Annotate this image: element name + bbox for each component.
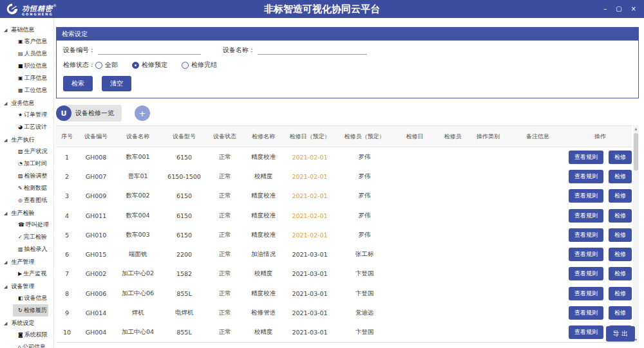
clear-button[interactable]: 清空 xyxy=(102,76,131,91)
repair-button[interactable]: 检修 xyxy=(609,189,632,203)
sidebar-item[interactable]: ⌂ 公司信息 xyxy=(13,341,48,348)
sidebar-item[interactable]: ◧ 设备信息 xyxy=(13,292,48,304)
repair-button[interactable]: 检修 xyxy=(609,228,632,242)
sidebar-item[interactable]: ▥ 抽检录入 xyxy=(13,243,48,255)
device-name-input[interactable] xyxy=(258,46,367,55)
device-no-input[interactable] xyxy=(98,46,201,55)
cell-device-code: GH010 xyxy=(78,232,114,239)
sidebar-group[interactable]: ◢ 生产管理 xyxy=(0,255,53,268)
sidebar-group[interactable]: ◢ 业务信息 xyxy=(0,96,53,109)
view-rule-button[interactable]: 查看规则 xyxy=(569,248,603,261)
close-icon[interactable]: × xyxy=(631,0,636,18)
cell-device-model: 855L xyxy=(162,290,207,297)
sidebar-item[interactable]: ▣ 客户信息 xyxy=(13,35,48,48)
sidebar-item[interactable]: ☎ 呼叫处理 xyxy=(13,219,48,231)
sidebar-item-icon: ▣ xyxy=(18,39,23,44)
view-rule-button[interactable]: 查看规则 xyxy=(569,287,603,300)
status-radio-option[interactable]: 检修完结 xyxy=(182,60,217,69)
radio-icon[interactable] xyxy=(95,62,102,69)
table-header-cell: 检修日 xyxy=(393,133,436,141)
repair-button[interactable]: 检修 xyxy=(609,209,632,223)
view-rule-button[interactable]: 查看规则 xyxy=(569,267,603,280)
export-button[interactable]: 导 出 xyxy=(606,326,635,342)
view-rule-button[interactable]: 查看规则 xyxy=(569,209,603,223)
cell-task-name: 精度校准 xyxy=(243,153,284,161)
sidebar-item[interactable]: ◔ 加工时间 xyxy=(13,158,48,170)
cell-task-name: 精度校准 xyxy=(243,289,284,298)
scroll-down-icon[interactable]: ▼ xyxy=(635,336,638,343)
radio-icon[interactable] xyxy=(182,62,189,69)
scrollbar-thumb[interactable] xyxy=(634,133,638,170)
status-radio-option[interactable]: 全部 xyxy=(95,60,118,69)
vertical-scrollbar[interactable]: ▲ ▼ xyxy=(633,125,639,343)
repair-button[interactable]: 检修 xyxy=(609,248,632,261)
view-rule-button[interactable]: 查看规则 xyxy=(569,228,603,242)
table-row: 5 GH010 数车003 6150 正常 精度校准 2021-02-01 罗伟 xyxy=(56,225,632,244)
cell-no: 3 xyxy=(56,192,78,199)
sidebar-item[interactable]: ▣ 工序信息 xyxy=(13,72,48,84)
view-rule-button[interactable]: 查看规则 xyxy=(569,189,603,203)
sidebar-item-icon: ★ xyxy=(18,112,23,118)
repair-button[interactable]: 检修 xyxy=(609,170,632,183)
sidebar-item[interactable]: ★ 订单管理 xyxy=(13,109,48,121)
sidebar-item-label: 呼叫处理 xyxy=(26,221,49,229)
cell-planned-person: 卞登国 xyxy=(336,328,393,336)
cell-no: 6 xyxy=(56,251,78,258)
sidebar-item[interactable]: ▧ 生产状况 xyxy=(13,145,48,158)
cell-device-model: 855L xyxy=(162,329,207,336)
restore-icon[interactable]: ▢ xyxy=(616,0,621,18)
sidebar-item[interactable]: ▶ 生产监视 xyxy=(13,268,48,280)
sidebar-item[interactable]: ✓ 完工检验 xyxy=(13,231,48,243)
chevron-down-icon: ◢ xyxy=(4,321,7,326)
sidebar-item-icon: ▥ xyxy=(18,246,23,252)
repair-button[interactable]: 检修 xyxy=(609,287,632,300)
add-tab-button[interactable]: + xyxy=(135,105,150,121)
repair-button[interactable]: 检修 xyxy=(609,267,632,280)
view-rule-button[interactable]: 查看规则 xyxy=(569,170,603,183)
cell-device-code: GH008 xyxy=(78,154,114,161)
sidebar-item-label: 生产监视 xyxy=(23,270,46,278)
sidebar-group-label: 生产管理 xyxy=(11,258,34,266)
minimize-icon[interactable]: – xyxy=(603,0,607,18)
maintenance-table: 序号 设备编号 设备名称 设备型号 设备状态 检修名称 检修日（预定） 检修员（… xyxy=(56,125,639,343)
sidebar-item[interactable]: ◙ 系统权限 xyxy=(13,329,48,341)
status-radio-option[interactable]: 检修预定 xyxy=(132,60,167,69)
sidebar-item-label: 抽检录入 xyxy=(24,245,48,253)
sidebar-item[interactable]: ▤ 人员信息 xyxy=(13,48,48,60)
cell-device-status: 正常 xyxy=(207,192,243,200)
sidebar-item-icon: ✎ xyxy=(18,185,23,191)
sidebar-group[interactable]: ◢ 基础信息 xyxy=(0,23,53,35)
search-button[interactable]: 检索 xyxy=(63,76,93,91)
scroll-up-icon[interactable]: ▲ xyxy=(635,125,638,132)
sidebar-item-icon: ◙ xyxy=(18,332,23,338)
sidebar-item[interactable]: ◕ 工艺设计 xyxy=(13,121,48,133)
repair-button[interactable]: 检修 xyxy=(609,306,632,320)
sidebar-item[interactable]: ↻ 检修履历 xyxy=(13,304,48,316)
cell-device-model: 1582 xyxy=(162,270,207,277)
status-label: 检修状态： xyxy=(63,60,95,69)
sidebar-item[interactable]: ▨ 检验调整 xyxy=(13,170,48,182)
sidebar-item-label: 检修履历 xyxy=(24,306,47,315)
chevron-down-icon: ◢ xyxy=(4,138,7,143)
cell-device-model: 6150 xyxy=(162,192,207,199)
table-header-cell: 序号 xyxy=(56,133,78,141)
cell-task-name: 加油情况 xyxy=(243,250,284,259)
view-rule-button[interactable]: 查看规则 xyxy=(569,306,603,320)
logo-text-cn: 功恒精密 xyxy=(22,5,53,13)
repair-button[interactable]: 检修 xyxy=(609,151,632,164)
view-rule-button[interactable]: 查看规则 xyxy=(569,325,603,339)
sidebar-item-label: 设备信息 xyxy=(24,294,48,302)
sidebar-group[interactable]: ◢ 生产检验 xyxy=(0,206,53,219)
radio-icon[interactable] xyxy=(132,62,139,69)
sidebar-item[interactable]: ✎ 检测数据 xyxy=(13,182,48,194)
sidebar-group[interactable]: ◢ 生产执行 xyxy=(0,133,53,145)
cell-device-code: GH015 xyxy=(78,251,114,258)
sidebar-group[interactable]: ◢ 设备管理 xyxy=(0,280,53,292)
chevron-down-icon: ◢ xyxy=(4,284,7,289)
sidebar-item[interactable]: ◎ 查看图纸 xyxy=(13,194,48,206)
sidebar-item[interactable]: ▦ 工位信息 xyxy=(13,84,48,96)
sidebar-item[interactable]: ■ 职位信息 xyxy=(13,60,48,72)
view-rule-button[interactable]: 查看规则 xyxy=(569,151,603,164)
sidebar-group[interactable]: ◢ 系统设定 xyxy=(0,316,53,329)
cell-planned-date: 2021-02-01 xyxy=(284,232,336,239)
